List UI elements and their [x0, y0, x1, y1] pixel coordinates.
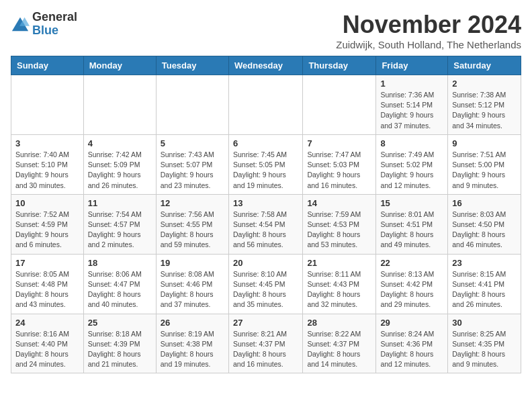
logo-blue-label: Blue	[32, 24, 77, 38]
day-number: 1	[380, 79, 443, 89]
logo-text: General Blue	[32, 11, 77, 38]
calendar-cell: 18Sunrise: 8:06 AM Sunset: 4:47 PM Dayli…	[83, 254, 156, 314]
calendar-cell: 26Sunrise: 8:19 AM Sunset: 4:38 PM Dayli…	[156, 314, 228, 373]
day-number: 20	[233, 258, 298, 268]
day-number: 14	[307, 198, 371, 208]
day-info: Sunrise: 7:54 AM Sunset: 4:57 PM Dayligh…	[88, 210, 152, 250]
day-info: Sunrise: 8:08 AM Sunset: 4:46 PM Dayligh…	[161, 269, 224, 310]
day-number: 23	[452, 258, 517, 268]
calendar-cell: 3Sunrise: 7:40 AM Sunset: 5:10 PM Daylig…	[11, 134, 84, 194]
calendar-cell: 23Sunrise: 8:15 AM Sunset: 4:41 PM Dayli…	[448, 254, 521, 314]
weekday-header-monday: Monday	[83, 56, 156, 75]
calendar-cell: 4Sunrise: 7:42 AM Sunset: 5:09 PM Daylig…	[83, 134, 156, 194]
week-row-5: 24Sunrise: 8:16 AM Sunset: 4:40 PM Dayli…	[11, 314, 521, 373]
day-number: 22	[380, 258, 443, 268]
day-info: Sunrise: 7:43 AM Sunset: 5:07 PM Dayligh…	[161, 150, 224, 191]
logo-general-label: General	[32, 11, 77, 24]
day-number: 9	[452, 138, 517, 148]
day-number: 25	[88, 318, 152, 328]
calendar-cell: 30Sunrise: 8:25 AM Sunset: 4:35 PM Dayli…	[448, 314, 521, 373]
day-info: Sunrise: 8:01 AM Sunset: 4:51 PM Dayligh…	[380, 210, 443, 250]
day-info: Sunrise: 7:42 AM Sunset: 5:09 PM Dayligh…	[88, 150, 152, 191]
day-number: 19	[161, 258, 224, 268]
calendar-body: 1Sunrise: 7:36 AM Sunset: 5:14 PM Daylig…	[11, 75, 521, 373]
day-number: 12	[161, 198, 224, 208]
day-number: 10	[15, 198, 79, 208]
calendar-cell	[156, 75, 228, 135]
day-info: Sunrise: 8:24 AM Sunset: 4:36 PM Dayligh…	[380, 329, 443, 370]
week-row-3: 10Sunrise: 7:52 AM Sunset: 4:59 PM Dayli…	[11, 194, 521, 254]
calendar-cell: 25Sunrise: 8:18 AM Sunset: 4:39 PM Dayli…	[83, 314, 156, 373]
day-number: 27	[233, 318, 298, 328]
day-number: 21	[307, 258, 371, 268]
day-number: 2	[452, 79, 517, 89]
day-info: Sunrise: 8:05 AM Sunset: 4:48 PM Dayligh…	[15, 269, 79, 310]
title-area: November 2024 Zuidwijk, South Holland, T…	[336, 11, 521, 50]
day-info: Sunrise: 8:11 AM Sunset: 4:43 PM Dayligh…	[307, 269, 371, 310]
calendar-cell: 28Sunrise: 8:22 AM Sunset: 4:37 PM Dayli…	[303, 314, 376, 373]
location-subtitle: Zuidwijk, South Holland, The Netherlands	[336, 39, 521, 50]
day-number: 15	[380, 198, 443, 208]
day-number: 7	[307, 138, 371, 148]
day-info: Sunrise: 7:59 AM Sunset: 4:53 PM Dayligh…	[307, 210, 371, 250]
calendar-cell: 2Sunrise: 7:38 AM Sunset: 5:12 PM Daylig…	[448, 75, 521, 135]
calendar-cell: 21Sunrise: 8:11 AM Sunset: 4:43 PM Dayli…	[303, 254, 376, 314]
calendar-cell: 29Sunrise: 8:24 AM Sunset: 4:36 PM Dayli…	[376, 314, 448, 373]
day-number: 30	[452, 318, 517, 328]
weekday-header-sunday: Sunday	[11, 56, 84, 75]
calendar-cell: 8Sunrise: 7:49 AM Sunset: 5:02 PM Daylig…	[376, 134, 448, 194]
calendar-cell: 6Sunrise: 7:45 AM Sunset: 5:05 PM Daylig…	[228, 134, 302, 194]
day-info: Sunrise: 7:47 AM Sunset: 5:03 PM Dayligh…	[307, 150, 371, 191]
day-number: 6	[233, 138, 298, 148]
calendar-cell: 15Sunrise: 8:01 AM Sunset: 4:51 PM Dayli…	[376, 194, 448, 254]
day-number: 4	[88, 138, 152, 148]
day-number: 11	[88, 198, 152, 208]
day-number: 17	[15, 258, 79, 268]
day-number: 18	[88, 258, 152, 268]
day-info: Sunrise: 8:16 AM Sunset: 4:40 PM Dayligh…	[15, 329, 79, 370]
weekday-header-saturday: Saturday	[448, 56, 521, 75]
day-info: Sunrise: 8:22 AM Sunset: 4:37 PM Dayligh…	[307, 329, 371, 370]
calendar-cell: 20Sunrise: 8:10 AM Sunset: 4:45 PM Dayli…	[228, 254, 302, 314]
calendar-cell: 22Sunrise: 8:13 AM Sunset: 4:42 PM Dayli…	[376, 254, 448, 314]
day-number: 8	[380, 138, 443, 148]
calendar-cell: 11Sunrise: 7:54 AM Sunset: 4:57 PM Dayli…	[83, 194, 156, 254]
weekday-header-thursday: Thursday	[303, 56, 376, 75]
day-number: 28	[307, 318, 371, 328]
day-info: Sunrise: 8:13 AM Sunset: 4:42 PM Dayligh…	[380, 269, 443, 310]
day-info: Sunrise: 7:56 AM Sunset: 4:55 PM Dayligh…	[161, 210, 224, 250]
calendar-cell: 1Sunrise: 7:36 AM Sunset: 5:14 PM Daylig…	[376, 75, 448, 135]
day-number: 16	[452, 198, 517, 208]
calendar-cell	[303, 75, 376, 135]
day-info: Sunrise: 7:36 AM Sunset: 5:14 PM Dayligh…	[380, 90, 443, 131]
calendar-header: SundayMondayTuesdayWednesdayThursdayFrid…	[11, 56, 521, 75]
day-number: 13	[233, 198, 298, 208]
day-number: 29	[380, 318, 443, 328]
logo-icon	[11, 15, 30, 34]
calendar-cell: 24Sunrise: 8:16 AM Sunset: 4:40 PM Dayli…	[11, 314, 84, 373]
calendar-cell: 9Sunrise: 7:51 AM Sunset: 5:00 PM Daylig…	[448, 134, 521, 194]
logo: General Blue	[11, 11, 77, 38]
calendar-table: SundayMondayTuesdayWednesdayThursdayFrid…	[11, 56, 521, 373]
calendar-cell: 14Sunrise: 7:59 AM Sunset: 4:53 PM Dayli…	[303, 194, 376, 254]
calendar-cell: 12Sunrise: 7:56 AM Sunset: 4:55 PM Dayli…	[156, 194, 228, 254]
day-info: Sunrise: 8:19 AM Sunset: 4:38 PM Dayligh…	[161, 329, 224, 370]
month-title: November 2024	[336, 11, 521, 39]
day-info: Sunrise: 8:25 AM Sunset: 4:35 PM Dayligh…	[452, 329, 517, 370]
calendar-cell	[11, 75, 84, 135]
page-header: General Blue November 2024 Zuidwijk, Sou…	[11, 11, 521, 50]
day-info: Sunrise: 7:51 AM Sunset: 5:00 PM Dayligh…	[452, 150, 517, 191]
day-number: 24	[15, 318, 79, 328]
calendar-cell: 19Sunrise: 8:08 AM Sunset: 4:46 PM Dayli…	[156, 254, 228, 314]
day-info: Sunrise: 8:10 AM Sunset: 4:45 PM Dayligh…	[233, 269, 298, 310]
day-info: Sunrise: 8:21 AM Sunset: 4:37 PM Dayligh…	[233, 329, 298, 370]
weekday-header-friday: Friday	[376, 56, 448, 75]
calendar-cell	[228, 75, 302, 135]
calendar-cell: 7Sunrise: 7:47 AM Sunset: 5:03 PM Daylig…	[303, 134, 376, 194]
day-number: 26	[161, 318, 224, 328]
calendar-cell	[83, 75, 156, 135]
week-row-1: 1Sunrise: 7:36 AM Sunset: 5:14 PM Daylig…	[11, 75, 521, 135]
weekday-header-wednesday: Wednesday	[228, 56, 302, 75]
day-info: Sunrise: 8:06 AM Sunset: 4:47 PM Dayligh…	[88, 269, 152, 310]
day-info: Sunrise: 7:49 AM Sunset: 5:02 PM Dayligh…	[380, 150, 443, 191]
